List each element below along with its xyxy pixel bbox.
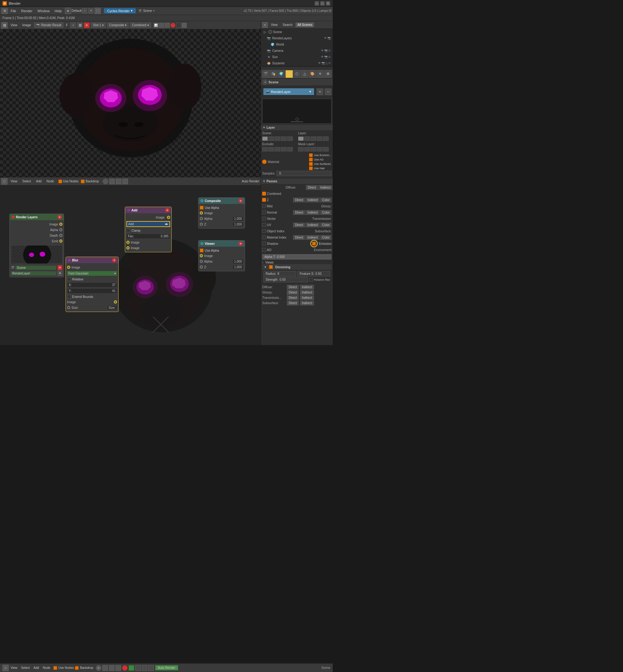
diffuse-direct-btn2[interactable]: Direct [287,285,299,289]
node-add-operation[interactable]: Add ◀▶ [126,221,170,227]
play-btn[interactable] [182,23,187,28]
node-blur-header[interactable]: Blur ● [66,257,118,263]
outliner-icon[interactable]: ≡ [262,22,268,28]
layer-section-header[interactable]: ▼ Layer [261,125,333,130]
pass-uv-check[interactable] [262,223,266,227]
suzanne-eye[interactable]: 👁 [318,61,321,65]
exclude-2[interactable] [268,147,274,151]
node-ctrl-4[interactable] [122,178,128,184]
blur-size-in-socket[interactable] [67,306,70,309]
screen-icon[interactable]: ⚙ [1,8,8,14]
denoising-section-header[interactable]: ▼ Denoising [262,264,331,270]
transmission-indirect-btn[interactable]: Indirect [300,296,314,300]
prop-tab-material[interactable]: 🎨 [309,70,316,78]
blur-size-val[interactable]: Size: [107,305,117,310]
node-menu-select[interactable]: Select [21,179,33,184]
mask-4[interactable] [317,147,322,151]
subsurface-indirect-btn[interactable]: Indirect [300,301,314,305]
matidx-color-btn[interactable]: Color [320,235,331,240]
tab-search[interactable]: Search [281,23,295,27]
close-btn[interactable]: ✕ [326,1,330,6]
viewer-img-socket[interactable] [200,254,203,257]
node-render-layers[interactable]: Render Layers ● Image Alpha D [9,214,64,277]
render-layer-dropdown[interactable]: 📷 RenderLayer ▾ [263,88,314,95]
prop-tab-render[interactable]: 🎬 [262,70,269,78]
pass-dropdown[interactable]: Combined ▾ [130,23,151,28]
node-render-layers-header[interactable]: Render Layers ● [10,214,64,220]
node-rl-alpha-socket[interactable] [59,228,62,231]
add-clamp-check[interactable] [126,229,130,232]
scene-layer-1[interactable] [262,137,268,141]
use-surfaces-row[interactable]: Use Surfaces [309,162,331,166]
viewer-z-val[interactable]: 1.000 [233,265,243,270]
add-img3-in-socket[interactable] [126,246,129,250]
diffuse-indirect-btn[interactable]: Indirect [318,185,332,190]
node-add[interactable]: Add ● Image Add ◀▶ [125,207,172,252]
node-blur-img-in-socket[interactable] [67,266,70,269]
z-color-btn[interactable]: Color [320,198,331,202]
pass-shadow-check[interactable] [262,242,266,246]
emission-check[interactable] [312,242,316,246]
renderlayers-render[interactable]: 📷 [327,36,331,40]
node-blur-y-row[interactable]: Y: 41 [67,288,117,293]
viewport-menu-view[interactable]: View [9,23,19,27]
pass-matidx-check[interactable] [262,235,266,239]
node-composite[interactable]: Composite ● Use Alpha Image [198,197,245,229]
use-ao-check[interactable] [309,158,313,162]
menu-help[interactable]: Help [52,8,64,13]
suzanne-tri[interactable]: △ [326,61,328,65]
z-direct-btn[interactable]: Direct [293,198,305,202]
scope-btn[interactable] [159,23,164,28]
sun-render[interactable]: 📷 [324,55,328,58]
node-rl-layer-settings[interactable]: ⚙ [57,271,62,276]
normal-indirect-btn[interactable]: Indirect [305,210,320,215]
sun-eye[interactable]: 👁 [321,55,324,58]
scene-item-camera[interactable]: 📷 Camera 👁 📷 ⊙ [261,48,333,54]
subsurface-direct-btn[interactable]: Direct [287,301,299,305]
scene-selector[interactable]: 🎬 Scene ▾ [138,9,154,12]
menu-file[interactable]: File [8,8,19,13]
prop-tab-mesh[interactable]: △ [301,70,308,78]
normal-color-btn[interactable]: Color [320,210,331,215]
node-rl-scene-val[interactable]: Scene [16,266,56,270]
menu-window[interactable]: Window [35,8,52,13]
viewport-type-icon[interactable]: 🖼 [1,22,7,28]
use-environ-row[interactable]: Use Environ... [309,153,331,157]
uv-direct-btn[interactable]: Direct [293,223,305,227]
node-composite-close[interactable]: ● [238,199,243,203]
record-btn[interactable] [171,23,175,28]
use-hair-check[interactable] [309,166,313,170]
node-rl-close[interactable]: ● [57,215,62,219]
scene-item-sun[interactable]: ☀ Sun 👁 📷 ⊙ [261,54,333,60]
node-rl-scene-close[interactable]: ✕ [57,265,62,270]
node-rl-scene-row[interactable]: 🎬 Scene ✕ [11,265,62,270]
mask-2[interactable] [304,147,310,151]
pause-btn[interactable] [176,23,181,28]
material-color[interactable] [262,160,267,164]
hist-btn[interactable]: 📊 [154,23,158,28]
channel-btn[interactable] [165,23,170,28]
camera-sel[interactable]: ⊙ [328,49,331,52]
add-slot-btn[interactable]: + [70,23,76,28]
tab-view[interactable]: View [269,23,280,27]
uv-color-btn[interactable]: Color [320,223,331,227]
exclude-3[interactable] [275,147,280,151]
denoising-header[interactable]: ▼ Denoising [262,264,331,270]
node-viewer[interactable]: Viewer ● Use Alpha Image [198,240,245,271]
radius-field[interactable]: Radius: 8 [263,271,296,276]
node-add-close[interactable]: ● [165,208,170,212]
composite-z-val[interactable]: 1.000 [233,222,243,227]
add-img1-out-socket[interactable] [167,216,170,219]
rl-remove-btn[interactable]: − [325,88,331,95]
use-ao-row[interactable]: Use AO [309,158,331,162]
rl-add-btn[interactable]: + [317,88,323,95]
composite-alpha-val[interactable]: 1.000 [233,216,243,221]
matidx-indirect-btn[interactable]: Indirect [305,235,320,240]
render-layer-4[interactable] [317,137,322,141]
node-add-header[interactable]: Add ● [125,207,171,213]
pass-mist-check[interactable] [262,204,266,208]
transmission-direct-btn[interactable]: Direct [287,296,299,300]
prop-tab-particles[interactable]: ✳ [317,70,324,78]
exclude-4[interactable] [281,147,287,151]
node-rl-depth-socket[interactable] [59,234,62,237]
